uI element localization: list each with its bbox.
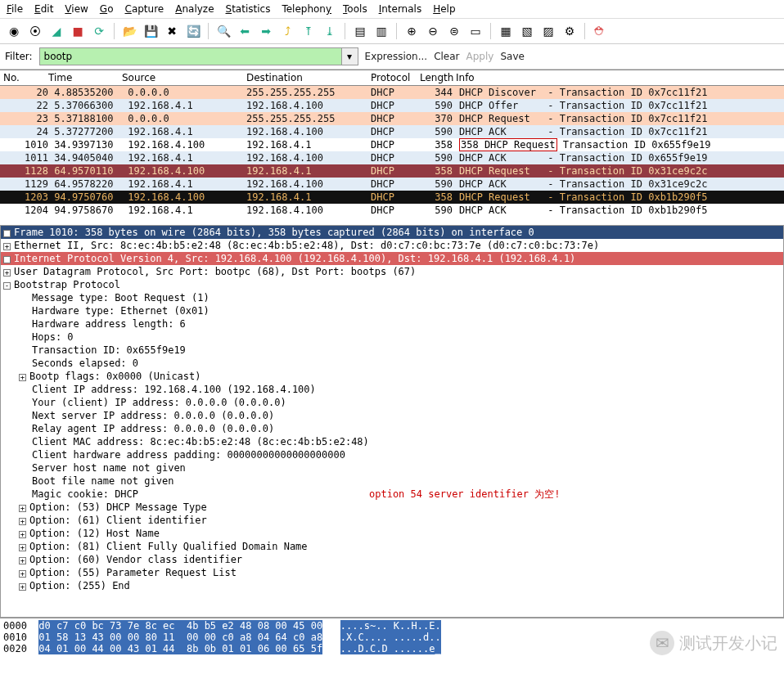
menu-file[interactable]: File: [7, 3, 23, 15]
autoscroll-icon[interactable]: ▥: [372, 22, 390, 40]
clear-button[interactable]: Clear: [434, 51, 459, 62]
coloring-rules-icon[interactable]: ▨: [539, 22, 557, 40]
detail-option[interactable]: +Option: (81) Client Fully Qualified Dom…: [1, 540, 783, 553]
col-time[interactable]: Time: [45, 70, 119, 85]
expand-icon[interactable]: +: [19, 531, 26, 538]
detail-line[interactable]: Message type: Boot Request (1): [1, 291, 783, 304]
zoom-reset-icon[interactable]: ⊜: [445, 22, 463, 40]
menu-telephony[interactable]: Telephony: [282, 3, 331, 15]
detail-option[interactable]: +Option: (55) Parameter Request List: [1, 566, 783, 579]
capture-filters-icon[interactable]: ▦: [497, 22, 515, 40]
detail-line[interactable]: Hardware type: Ethernet (0x01): [1, 304, 783, 317]
detail-frame[interactable]: +Frame 1010: 358 bytes on wire (2864 bit…: [1, 226, 783, 239]
detail-line[interactable]: Transaction ID: 0x655f9e19: [1, 344, 783, 357]
expand-icon[interactable]: +: [3, 269, 11, 277]
detail-bootp[interactable]: -Bootstrap Protocol: [1, 278, 783, 291]
interfaces-icon[interactable]: ◉: [5, 22, 23, 40]
restart-capture-icon[interactable]: ⟳: [90, 22, 108, 40]
last-icon[interactable]: ⤓: [321, 22, 339, 40]
menu-help[interactable]: Help: [433, 3, 455, 15]
detail-line[interactable]: Seconds elapsed: 0: [1, 357, 783, 370]
expand-icon[interactable]: +: [19, 518, 26, 525]
col-destination[interactable]: Destination: [243, 70, 367, 85]
packet-row[interactable]: 1011 34.9405040 192.168.4.1192.168.4.100…: [0, 151, 784, 164]
packet-row[interactable]: 1128 64.9570110 192.168.4.100192.168.4.1…: [0, 164, 784, 178]
options-icon[interactable]: ⦿: [26, 22, 44, 40]
packet-list[interactable]: 20 4.88535200 0.0.0.0255.255.255.255DHCP…: [0, 86, 784, 217]
find-icon[interactable]: 🔍: [214, 22, 232, 40]
expand-icon[interactable]: +: [3, 243, 11, 250]
resize-columns-icon[interactable]: ▭: [466, 22, 484, 40]
menu-go[interactable]: Go: [100, 3, 114, 15]
goto-icon[interactable]: ⤴: [278, 22, 296, 40]
detail-line[interactable]: Client IP address: 192.168.4.100 (192.16…: [1, 383, 783, 396]
hex-line[interactable]: 0000 d0 c7 c0 bc 73 7e 8c ec 4b b5 e2 48…: [3, 620, 781, 632]
zoom-out-icon[interactable]: ⊖: [424, 22, 442, 40]
first-icon[interactable]: ⤒: [300, 22, 318, 40]
detail-line[interactable]: Server host name not given: [1, 461, 783, 474]
save-button[interactable]: Save: [500, 51, 524, 62]
stop-capture-icon[interactable]: ■: [69, 22, 87, 40]
detail-option[interactable]: +Option: (12) Host Name: [1, 527, 783, 540]
reload-icon[interactable]: 🔄: [184, 22, 202, 40]
close-icon[interactable]: ✖: [163, 22, 181, 40]
packet-row[interactable]: 20 4.88535200 0.0.0.0255.255.255.255DHCP…: [0, 86, 784, 99]
detail-line[interactable]: Your (client) IP address: 0.0.0.0 (0.0.0…: [1, 396, 783, 409]
packet-row[interactable]: 1203 94.9750760 192.168.4.100192.168.4.1…: [0, 191, 784, 204]
menu-capture[interactable]: Capture: [124, 3, 164, 15]
filter-input[interactable]: [39, 47, 342, 65]
colorize-icon[interactable]: ▤: [351, 22, 369, 40]
detail-option[interactable]: +Option: (60) Vendor class identifier: [1, 553, 783, 566]
detail-line[interactable]: Hardware address length: 6: [1, 317, 783, 331]
save-icon[interactable]: 💾: [142, 22, 160, 40]
col-protocol[interactable]: Protocol: [367, 70, 417, 85]
col-no[interactable]: No.: [0, 70, 45, 85]
detail-option[interactable]: +Option: (53) DHCP Message Type: [1, 501, 783, 514]
expand-icon[interactable]: +: [3, 256, 11, 263]
expand-icon[interactable]: +: [19, 544, 26, 551]
detail-line[interactable]: Client hardware address padding: 0000000…: [1, 448, 783, 461]
col-length[interactable]: Length: [417, 70, 449, 85]
detail-line[interactable]: Relay agent IP address: 0.0.0.0 (0.0.0.0…: [1, 422, 783, 435]
menu-edit[interactable]: Edit: [34, 3, 53, 15]
detail-line[interactable]: Boot file name not given: [1, 474, 783, 488]
start-capture-icon[interactable]: ◢: [47, 22, 65, 40]
detail-option[interactable]: +Option: (61) Client identifier: [1, 514, 783, 527]
detail-line[interactable]: Next server IP address: 0.0.0.0 (0.0.0.0…: [1, 409, 783, 422]
packet-row[interactable]: 1204 94.9758670 192.168.4.1192.168.4.100…: [0, 204, 784, 217]
back-icon[interactable]: ⬅: [236, 22, 254, 40]
collapse-icon[interactable]: -: [3, 282, 11, 290]
menu-tools[interactable]: Tools: [343, 3, 367, 15]
open-icon[interactable]: 📂: [120, 22, 138, 40]
menu-view[interactable]: View: [65, 3, 88, 15]
menu-internals[interactable]: Internals: [379, 3, 422, 15]
expand-icon[interactable]: +: [19, 505, 26, 512]
col-info[interactable]: Info: [449, 70, 784, 85]
detail-bootp-flags[interactable]: +Bootp flags: 0x0000 (Unicast): [1, 370, 783, 383]
forward-icon[interactable]: ➡: [257, 22, 275, 40]
expression-button[interactable]: Expression...: [365, 51, 428, 62]
filter-dropdown-icon[interactable]: ▾: [342, 47, 358, 65]
preferences-icon[interactable]: ⚙: [561, 22, 579, 40]
help-icon[interactable]: ⛑: [591, 22, 609, 40]
expand-icon[interactable]: +: [19, 374, 26, 381]
packet-row[interactable]: 22 5.37066300 192.168.4.1192.168.4.100DH…: [0, 99, 784, 112]
expand-icon[interactable]: +: [19, 570, 26, 578]
menu-analyze[interactable]: Analyze: [175, 3, 214, 15]
detail-ethernet[interactable]: +Ethernet II, Src: 8c:ec:4b:b5:e2:48 (8c…: [1, 239, 783, 252]
zoom-in-icon[interactable]: ⊕: [403, 22, 421, 40]
packet-row[interactable]: 24 5.37277200 192.168.4.1192.168.4.100DH…: [0, 125, 784, 138]
display-filters-icon[interactable]: ▧: [518, 22, 536, 40]
apply-button[interactable]: Apply: [466, 51, 494, 62]
expand-icon[interactable]: +: [19, 557, 26, 564]
expand-icon[interactable]: +: [3, 230, 11, 237]
packet-row[interactable]: 1129 64.9578220 192.168.4.1192.168.4.100…: [0, 178, 784, 191]
col-source[interactable]: Source: [119, 70, 243, 85]
detail-line[interactable]: Client MAC address: 8c:ec:4b:b5:e2:48 (8…: [1, 435, 783, 448]
menu-statistics[interactable]: Statistics: [226, 3, 271, 15]
packet-details[interactable]: +Frame 1010: 358 bytes on wire (2864 bit…: [0, 225, 784, 618]
detail-ip[interactable]: +Internet Protocol Version 4, Src: 192.1…: [1, 252, 783, 265]
packet-row[interactable]: 1010 34.9397130 192.168.4.100192.168.4.1…: [0, 138, 784, 151]
detail-line[interactable]: Hops: 0: [1, 331, 783, 344]
expand-icon[interactable]: +: [19, 583, 26, 591]
